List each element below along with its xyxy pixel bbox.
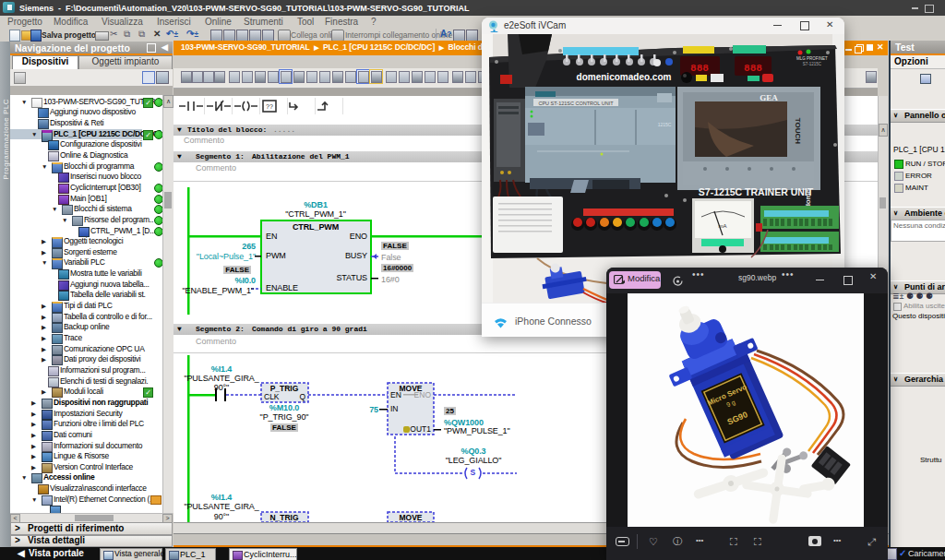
svg-text:888: 888	[690, 63, 709, 74]
svg-text:domenicomadeo.com: domenicomadeo.com	[577, 72, 672, 82]
svg-text:TOUCH: TOUCH	[794, 118, 802, 145]
svg-text:MLG PROFINET: MLG PROFINET	[796, 56, 828, 61]
svg-text:??: ??	[266, 103, 273, 110]
svg-text:GEA: GEA	[760, 93, 778, 102]
svg-text:CPU ST-121SC CONTROL UNIT: CPU ST-121SC CONTROL UNIT	[538, 101, 614, 106]
svg-text:S7-1215C TRAINER UNIT: S7-1215C TRAINER UNIT	[699, 186, 814, 197]
svg-text:888: 888	[744, 63, 762, 74]
svg-text:1215C: 1215C	[658, 122, 672, 127]
svg-text:S7-1215C: S7-1215C	[803, 62, 822, 66]
